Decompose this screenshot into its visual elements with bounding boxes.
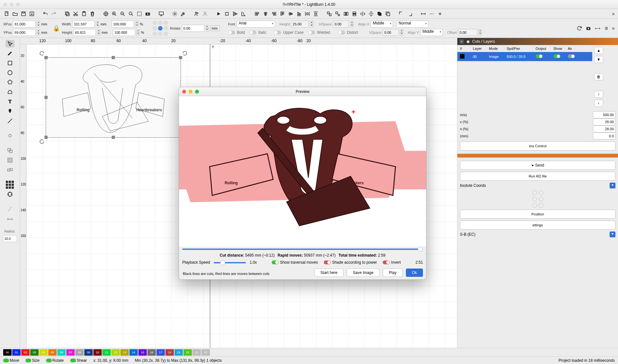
layer-up-button[interactable]: ▲ [594, 47, 603, 54]
radius-input[interactable] [3, 235, 17, 242]
preview-titlebar[interactable]: Preview [179, 87, 426, 96]
text-tool-icon[interactable] [5, 98, 14, 105]
palette-swatch-15[interactable]: 15 [138, 349, 147, 356]
spacing-dots-icon[interactable] [428, 10, 435, 17]
align-top-icon[interactable] [279, 10, 286, 17]
rotate-mode-toggle[interactable] [46, 359, 52, 362]
zoom-dot[interactable] [16, 3, 20, 6]
aligny-dropdown[interactable]: Middle [420, 29, 443, 36]
user-icon[interactable] [201, 10, 209, 17]
layer-show-toggle[interactable] [553, 54, 560, 58]
close-dot[interactable] [3, 3, 7, 6]
delete-icon[interactable] [89, 10, 96, 17]
playback-speed-slider[interactable] [214, 262, 246, 263]
xpos-input[interactable] [13, 21, 35, 28]
min-dot[interactable] [10, 3, 14, 6]
edit-path-icon[interactable] [5, 205, 14, 213]
play-icon[interactable] [215, 10, 222, 17]
distort-toggle[interactable] [338, 31, 345, 34]
ypos-input[interactable] [13, 29, 35, 36]
palette-swatch-11[interactable]: 11 [102, 349, 111, 356]
width-input[interactable] [72, 21, 95, 28]
size-mode-toggle[interactable] [25, 359, 31, 362]
palette-swatch-16[interactable]: 16 [147, 349, 156, 356]
selection-frame-icon[interactable] [136, 10, 143, 17]
move-left-button[interactable]: ‹ [594, 100, 603, 107]
send-button[interactable]: ➤ Send [460, 161, 615, 170]
rect-tool-icon[interactable] [5, 59, 14, 67]
preview-window[interactable]: Preview Rolling Heartbreakers [179, 87, 426, 280]
welded-toggle[interactable] [308, 31, 315, 34]
panel-pin-icon[interactable]: ◉ [466, 39, 470, 44]
polygon-tool-icon[interactable] [5, 78, 14, 86]
move-mode-toggle[interactable] [3, 359, 9, 362]
palette-swatch-12[interactable]: 12 [111, 349, 120, 356]
ungroup-icon[interactable] [334, 10, 341, 17]
palette-swatch-10[interactable]: 10 [93, 349, 102, 356]
bool-union-icon[interactable] [376, 10, 383, 17]
cut-icon[interactable] [72, 10, 79, 17]
handle-tc[interactable] [112, 56, 115, 59]
hspace-input[interactable] [333, 21, 349, 28]
origin-dots[interactable] [460, 190, 615, 208]
align-obj-icon[interactable]: ⊞ [603, 25, 610, 32]
line-tool-icon[interactable] [5, 117, 14, 125]
height-input[interactable] [73, 29, 96, 36]
import-icon[interactable] [28, 10, 35, 17]
wrench-icon[interactable] [180, 10, 187, 17]
users-icon[interactable] [193, 10, 200, 17]
shear-mode-toggle[interactable] [70, 359, 76, 362]
corner-br-icon[interactable] [406, 10, 413, 17]
vspace-input[interactable] [383, 29, 399, 36]
width-pct-input[interactable] [111, 21, 134, 28]
refresh-icon[interactable] [576, 25, 583, 32]
boolean-icon[interactable] [5, 166, 14, 174]
invert-toggle[interactable] [383, 260, 390, 264]
circle-tool-icon[interactable] [5, 69, 14, 77]
align-vcenter-icon[interactable] [287, 10, 294, 17]
measure-h-icon[interactable] [420, 10, 427, 17]
show-traversal-toggle[interactable] [272, 260, 279, 264]
palette-swatch-22[interactable]: 22 [201, 349, 210, 356]
window-controls[interactable] [3, 3, 20, 6]
palette-swatch-21[interactable]: 21 [192, 349, 201, 356]
handle-tl[interactable] [44, 56, 48, 59]
shade-power-toggle[interactable] [324, 260, 331, 264]
handle-bl[interactable] [44, 136, 48, 139]
paste-icon[interactable] [80, 10, 88, 17]
marker-tool-icon[interactable] [5, 107, 14, 115]
alignx-dropdown[interactable]: Middle [370, 21, 393, 28]
pointer-tool-icon[interactable] [5, 40, 14, 48]
layer-output-toggle[interactable] [536, 54, 543, 58]
preview-window-controls[interactable] [182, 90, 199, 94]
palette-swatch-06[interactable]: 06 [57, 349, 66, 356]
run-rd-button[interactable]: Run RD file [460, 172, 615, 181]
weld-icon[interactable] [5, 147, 14, 154]
abs-coords-selector[interactable]: ▾ [610, 183, 615, 188]
offset-input[interactable] [458, 29, 477, 36]
palette-swatch-04[interactable]: 04 [39, 349, 48, 356]
offset-icon[interactable] [5, 156, 14, 164]
layer-down-button[interactable]: ▼ [594, 56, 603, 63]
handle-tr[interactable] [179, 56, 182, 59]
flip-h-icon[interactable] [342, 10, 350, 17]
palette-swatch-07[interactable]: 07 [66, 349, 75, 356]
save-image-button[interactable]: Save Image [347, 268, 379, 277]
palette-swatch-20[interactable]: 20 [183, 349, 192, 356]
textstyle-dropdown[interactable]: Normal [396, 21, 428, 28]
move-right-button[interactable]: › [594, 91, 603, 98]
font-dropdown[interactable]: Arial [237, 21, 275, 28]
add-point-icon[interactable] [436, 10, 444, 17]
rotate-handle-tl[interactable] [39, 50, 45, 56]
handle-bc[interactable] [112, 136, 115, 139]
palette-swatch-14[interactable]: 14 [129, 349, 138, 356]
zoom-fit-icon[interactable] [127, 10, 135, 17]
mirror-h-icon[interactable] [359, 10, 366, 17]
layer-row[interactable]: 00 Image 500.0 / 28.0 [457, 52, 592, 61]
flip-v-icon[interactable] [351, 10, 358, 17]
palette-swatch-17[interactable]: 17 [156, 349, 165, 356]
save-icon[interactable] [20, 10, 27, 17]
home-icon[interactable] [240, 10, 247, 17]
layer-air-toggle[interactable] [568, 54, 575, 58]
mirror-v-icon[interactable] [368, 10, 375, 17]
